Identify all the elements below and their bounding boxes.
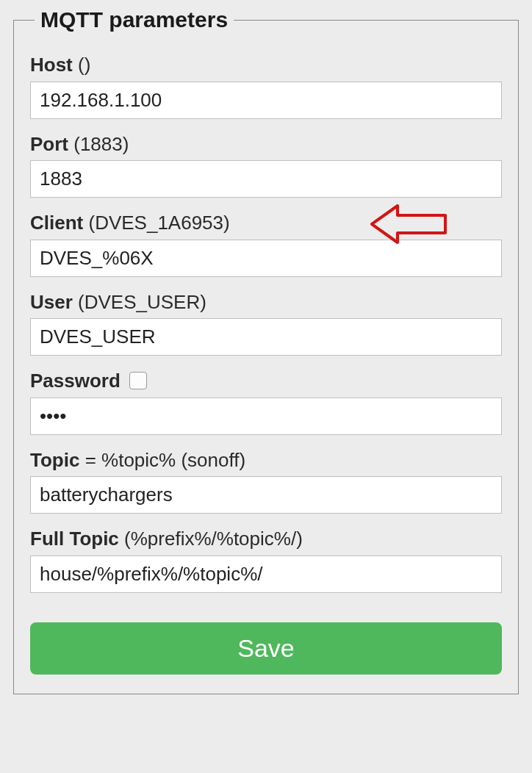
field-user: User (DVES_USER) xyxy=(30,290,502,356)
user-label: User (DVES_USER) xyxy=(30,290,502,314)
client-label: Client (DVES_1A6953) xyxy=(30,211,502,235)
host-label-text: Host xyxy=(30,54,73,76)
topic-label-text: Topic xyxy=(30,449,79,471)
field-port: Port (1883) xyxy=(30,132,502,198)
client-label-text: Client xyxy=(30,212,83,234)
field-full-topic: Full Topic (%prefix%/%topic%/) xyxy=(30,527,502,593)
host-hint: () xyxy=(78,54,90,76)
port-label: Port (1883) xyxy=(30,132,502,157)
user-hint: (DVES_USER) xyxy=(78,291,206,313)
topic-label: Topic = %topic% (sonoff) xyxy=(30,448,502,472)
host-label: Host () xyxy=(30,53,502,77)
field-topic: Topic = %topic% (sonoff) xyxy=(30,448,502,514)
user-input[interactable] xyxy=(30,318,502,356)
topic-input[interactable] xyxy=(30,476,502,514)
full-topic-hint: (%prefix%/%topic%/) xyxy=(124,528,303,550)
page-root: MQTT parameters Host () Port (1883) Clie… xyxy=(0,0,532,773)
port-input[interactable] xyxy=(30,160,502,198)
password-label-text: Password xyxy=(30,369,121,393)
save-button[interactable]: Save xyxy=(30,622,502,675)
topic-hint: = %topic% (sonoff) xyxy=(85,449,245,471)
field-host: Host () xyxy=(30,53,502,119)
mqtt-parameters-panel: MQTT parameters Host () Port (1883) Clie… xyxy=(13,7,519,694)
full-topic-label-text: Full Topic xyxy=(30,528,119,550)
port-hint: (1883) xyxy=(73,133,129,155)
password-input[interactable] xyxy=(30,398,502,435)
field-password: Password xyxy=(30,369,502,435)
client-input[interactable] xyxy=(30,240,502,277)
full-topic-input[interactable] xyxy=(30,556,502,593)
full-topic-label: Full Topic (%prefix%/%topic%/) xyxy=(30,527,502,551)
user-label-text: User xyxy=(30,291,73,313)
password-label: Password xyxy=(30,369,502,393)
port-label-text: Port xyxy=(30,133,68,155)
client-hint: (DVES_1A6953) xyxy=(88,212,229,234)
panel-title: MQTT parameters xyxy=(35,7,234,32)
field-client: Client (DVES_1A6953) xyxy=(30,211,502,277)
show-password-checkbox[interactable] xyxy=(129,372,147,389)
host-input[interactable] xyxy=(30,82,502,119)
